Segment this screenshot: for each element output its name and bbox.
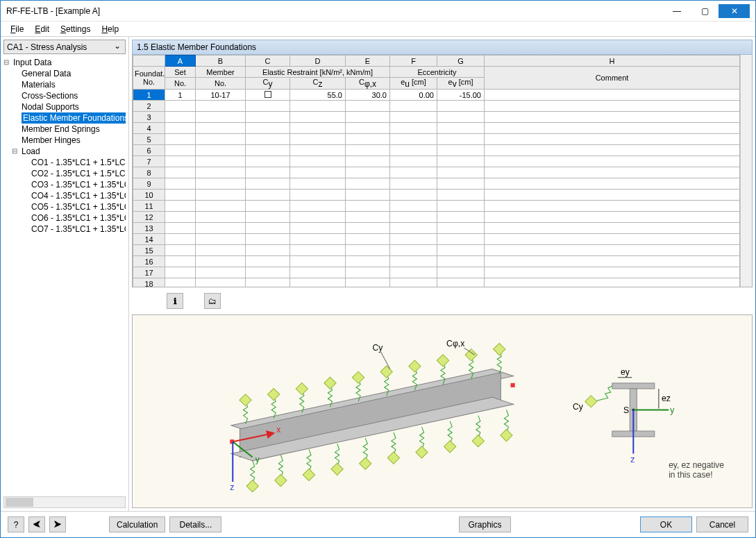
data-grid[interactable]: A B C D E F G H Foundat.No. Set Me xyxy=(133,55,740,287)
table-row[interactable]: 2 xyxy=(133,101,740,112)
svg-text:Cφ,x: Cφ,x xyxy=(446,339,464,348)
col-a[interactable]: A xyxy=(165,56,196,67)
cancel-button[interactable]: Cancel xyxy=(696,516,748,532)
menu-edit[interactable]: Edit xyxy=(29,23,55,35)
col-f[interactable]: F xyxy=(390,56,437,67)
svg-rect-16 xyxy=(331,463,343,475)
hdr-cy: Cy xyxy=(246,78,290,90)
tree-item-co1[interactable]: CO1 - 1.35*LC1 + 1.5*LC2 xyxy=(3,157,126,168)
svg-text:ey: ey xyxy=(621,367,630,377)
hdr-cz: Cz xyxy=(290,78,346,90)
svg-rect-11 xyxy=(465,349,477,361)
help-button[interactable]: ? xyxy=(8,516,24,532)
sidebar-hscroll[interactable] xyxy=(3,496,126,508)
table-row[interactable]: 1110-1755.030.00.00-15.00 xyxy=(133,90,740,101)
svg-rect-5 xyxy=(296,383,308,394)
table-row[interactable]: 7 xyxy=(133,156,740,167)
minimize-button[interactable]: — xyxy=(663,4,691,18)
svg-text:Cy: Cy xyxy=(573,402,584,412)
nav-tree[interactable]: Input Data General Data Materials Cross-… xyxy=(3,57,126,495)
svg-rect-19 xyxy=(416,446,428,458)
svg-rect-14 xyxy=(275,474,287,486)
tree-item-crosssections[interactable]: Cross-Sections xyxy=(3,90,126,101)
hdr-comment: Comment xyxy=(485,67,740,90)
table-row[interactable]: 3 xyxy=(133,112,740,123)
svg-rect-8 xyxy=(380,366,392,378)
svg-rect-3 xyxy=(240,394,251,406)
col-h[interactable]: H xyxy=(485,56,740,67)
svg-rect-22 xyxy=(501,429,512,441)
tree-item-co4[interactable]: CO4 - 1.35*LC1 + 1.35*LC xyxy=(3,190,126,201)
tree-root-input[interactable]: Input Data xyxy=(3,57,126,68)
tree-item-co2[interactable]: CO2 - 1.35*LC1 + 1.5*LC3 xyxy=(3,168,126,179)
svg-rect-24 xyxy=(511,383,515,387)
svg-text:z: z xyxy=(230,482,234,492)
tree-item-nodalsupports[interactable]: Nodal Supports xyxy=(3,101,126,112)
prev-button[interactable]: ⮜ xyxy=(28,516,45,532)
close-button[interactable]: ✕ xyxy=(719,4,750,18)
tree-item-general[interactable]: General Data xyxy=(3,68,126,79)
svg-rect-10 xyxy=(437,355,448,367)
grid-vscroll[interactable] xyxy=(740,55,752,287)
table-row[interactable]: 4 xyxy=(133,123,740,134)
table-row[interactable]: 11 xyxy=(133,201,740,212)
table-row[interactable]: 14 xyxy=(133,234,740,245)
svg-rect-17 xyxy=(360,457,371,469)
tree-item-materials[interactable]: Materials xyxy=(3,79,126,90)
svg-text:z: z xyxy=(630,455,635,464)
tree-item-co7[interactable]: CO7 - 1.35*LC1 + 1.35*LC xyxy=(3,224,126,235)
hdr-setno: No. xyxy=(165,78,196,90)
case-combo[interactable]: CA1 - Stress Analysis xyxy=(3,40,126,54)
svg-text:ez: ez xyxy=(662,394,671,403)
col-c[interactable]: C xyxy=(246,56,290,67)
table-row[interactable]: 18 xyxy=(133,278,740,287)
hdr-ev: ev [cm] xyxy=(437,78,485,90)
tree-item-co6[interactable]: CO6 - 1.35*LC1 + 1.35*LC xyxy=(3,212,126,224)
next-button[interactable]: ⮞ xyxy=(49,516,66,532)
table-row[interactable]: 16 xyxy=(133,256,740,267)
table-row[interactable]: 12 xyxy=(133,212,740,223)
table-row[interactable]: 17 xyxy=(133,267,740,278)
window-title: RF-FE-LTB - [Example A] xyxy=(6,6,663,16)
menu-help[interactable]: Help xyxy=(96,23,124,35)
table-row[interactable]: 10 xyxy=(133,190,740,201)
col-e[interactable]: E xyxy=(346,56,390,67)
tree-item-co5[interactable]: CO5 - 1.35*LC1 + 1.35*LC xyxy=(3,201,126,212)
table-row[interactable]: 9 xyxy=(133,178,740,190)
tree-item-co3[interactable]: CO3 - 1.35*LC1 + 1.35*LC xyxy=(3,179,126,190)
svg-text:Cy: Cy xyxy=(372,343,383,353)
tree-root-load[interactable]: Load xyxy=(12,146,126,157)
info-button[interactable]: ℹ xyxy=(167,293,183,309)
maximize-button[interactable]: ▢ xyxy=(691,4,719,18)
menu-file[interactable]: File xyxy=(5,23,29,35)
col-d[interactable]: D xyxy=(290,56,346,67)
library-button[interactable]: 🗂 xyxy=(204,293,221,309)
svg-text:y: y xyxy=(670,405,675,415)
titlebar: RF-FE-LTB - [Example A] — ▢ ✕ xyxy=(1,1,755,22)
svg-rect-35 xyxy=(612,383,655,389)
table-row[interactable]: 13 xyxy=(133,223,740,234)
menu-settings[interactable]: Settings xyxy=(55,23,96,35)
table-row[interactable]: 15 xyxy=(133,245,740,256)
svg-rect-4 xyxy=(268,388,280,400)
ok-button[interactable]: OK xyxy=(640,516,692,532)
calculation-button[interactable]: Calculation xyxy=(109,516,165,532)
col-g[interactable]: G xyxy=(437,56,485,67)
tree-item-endsprings[interactable]: Member End Springs xyxy=(3,124,126,135)
svg-rect-7 xyxy=(352,371,364,383)
table-row[interactable]: 5 xyxy=(133,134,740,145)
tree-item-elasticfoundations[interactable]: Elastic Member Foundations xyxy=(3,112,126,124)
hdr-ecc: Eccentricity xyxy=(390,67,485,78)
hdr-eu: eu [cm] xyxy=(390,78,437,90)
menubar: File Edit Settings Help xyxy=(1,22,755,37)
svg-rect-9 xyxy=(409,360,421,372)
graphics-button[interactable]: Graphics xyxy=(459,516,511,532)
tree-item-hinges[interactable]: Member Hinges xyxy=(3,135,126,146)
details-button[interactable]: Details... xyxy=(169,516,221,532)
table-row[interactable]: 8 xyxy=(133,167,740,178)
diagram-svg: x y z Cy Cφ,x S xyxy=(133,315,752,507)
hdr-set: Set xyxy=(165,67,196,78)
col-b[interactable]: B xyxy=(196,56,246,67)
svg-rect-48 xyxy=(585,396,597,407)
table-row[interactable]: 6 xyxy=(133,145,740,156)
